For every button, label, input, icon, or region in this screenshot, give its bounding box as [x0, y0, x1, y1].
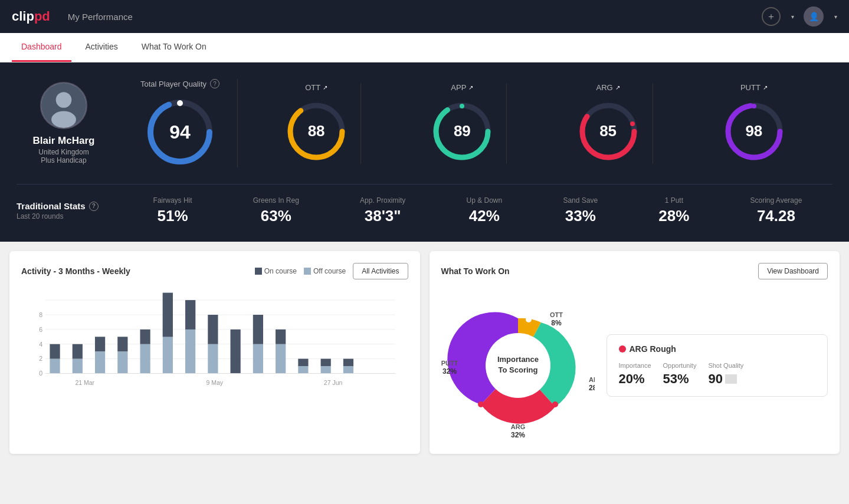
- main-quality-ring: 94: [145, 97, 215, 167]
- all-activities-button[interactable]: All Activities: [353, 263, 408, 279]
- svg-rect-45: [253, 344, 263, 374]
- bottom-panels: Activity - 3 Months - Weekly On course O…: [0, 242, 849, 463]
- what-to-work-on-panel: What To Work On View Dashboard: [430, 251, 840, 454]
- stat-app-value: 38'3": [365, 207, 401, 225]
- detail-card-title: ARG Rough: [619, 344, 816, 354]
- player-avatar: [40, 82, 87, 129]
- svg-rect-51: [321, 366, 331, 373]
- stat-fairways-hit: Fairways Hit 51%: [153, 196, 192, 225]
- app-ring: 89: [430, 99, 494, 164]
- svg-text:PUTT: PUTT: [441, 360, 458, 367]
- svg-text:32%: 32%: [442, 367, 456, 375]
- svg-point-60: [526, 317, 532, 322]
- tab-dashboard[interactable]: Dashboard: [12, 32, 71, 62]
- stats-top: Blair McHarg United Kingdom Plus Handica…: [17, 79, 832, 167]
- view-dashboard-button[interactable]: View Dashboard: [758, 263, 828, 279]
- opportunity-value: 53%: [663, 371, 697, 387]
- arg-label: ARG ↗: [596, 83, 620, 92]
- svg-point-1: [56, 92, 72, 108]
- trad-label: Traditional Stats ?: [17, 201, 111, 211]
- svg-text:28%: 28%: [589, 384, 595, 392]
- svg-text:OTT: OTT: [550, 311, 563, 318]
- arg-ring: 85: [576, 99, 641, 164]
- svg-rect-48: [276, 330, 286, 344]
- shot-quality-row: 90: [708, 371, 743, 387]
- trad-help-icon[interactable]: ?: [89, 202, 99, 211]
- svg-rect-29: [50, 344, 60, 359]
- svg-text:APP: APP: [589, 376, 595, 383]
- legend-on-course: On course: [255, 267, 297, 275]
- svg-text:To Scoring: To Scoring: [498, 365, 537, 374]
- metric-arg: ARG ↗ 85: [564, 83, 653, 164]
- header: clippd My Performance ＋ ▾ 👤 ▾: [0, 0, 849, 33]
- add-button[interactable]: ＋: [762, 7, 781, 26]
- player-handicap: Plus Handicap: [41, 156, 86, 164]
- svg-rect-36: [140, 344, 150, 374]
- ott-label: OTT ↗: [305, 83, 327, 92]
- stat-greens-label: Greens In Reg: [253, 196, 299, 205]
- svg-point-16: [752, 104, 756, 108]
- player-country: United Kingdom: [38, 148, 88, 156]
- player-info: Blair McHarg United Kingdom Plus Handica…: [17, 82, 111, 164]
- svg-rect-37: [140, 330, 150, 344]
- activity-legend: On course Off course: [255, 267, 346, 275]
- svg-text:21 Mar: 21 Mar: [75, 379, 94, 386]
- opportunity-label: Opportunity: [663, 362, 697, 369]
- wtwo-title: What To Work On: [441, 266, 510, 276]
- stat-greens-value: 63%: [261, 207, 291, 225]
- svg-text:Importance: Importance: [497, 355, 538, 364]
- activity-title: Activity - 3 Months - Weekly: [21, 266, 130, 276]
- svg-rect-46: [253, 315, 263, 344]
- activity-panel: Activity - 3 Months - Weekly On course O…: [9, 251, 420, 454]
- arg-trend-icon: ↗: [615, 84, 620, 91]
- svg-point-62: [552, 401, 558, 407]
- trad-sublabel: Last 20 rounds: [17, 212, 111, 220]
- svg-rect-31: [73, 344, 83, 359]
- stats-banner: Blair McHarg United Kingdom Plus Handica…: [0, 62, 849, 242]
- app-trend-icon: ↗: [468, 84, 473, 91]
- stat-fairways-value: 51%: [158, 207, 188, 225]
- ott-trend-icon: ↗: [323, 84, 327, 91]
- svg-text:9 May: 9 May: [206, 379, 223, 386]
- traditional-stats: Traditional Stats ? Last 20 rounds Fairw…: [17, 184, 832, 225]
- header-actions: ＋ ▾ 👤 ▾: [762, 6, 837, 27]
- avatar[interactable]: 👤: [804, 6, 824, 27]
- svg-rect-50: [298, 359, 308, 366]
- stat-updown-value: 42%: [469, 207, 500, 225]
- stat-one-putt: 1 Putt 28%: [658, 196, 689, 225]
- svg-text:6: 6: [39, 326, 42, 333]
- svg-point-10: [460, 104, 464, 108]
- svg-rect-43: [208, 315, 218, 344]
- stat-fairways-label: Fairways Hit: [153, 196, 192, 205]
- logo: clippd: [12, 9, 50, 24]
- detail-metrics: Importance 20% Opportunity 53% Shot Qual…: [619, 362, 816, 387]
- svg-text:ARG: ARG: [510, 423, 525, 430]
- add-dropdown-arrow: ▾: [791, 14, 794, 20]
- activity-header: Activity - 3 Months - Weekly On course O…: [21, 263, 408, 279]
- svg-text:8: 8: [39, 311, 42, 318]
- tab-activities[interactable]: Activities: [76, 32, 127, 62]
- stat-putt-value: 28%: [658, 207, 689, 225]
- wtwo-header: What To Work On View Dashboard: [441, 263, 828, 279]
- detail-card: ARG Rough Importance 20% Opportunity 53%…: [607, 334, 828, 397]
- stat-app-proximity: App. Proximity 38'3": [360, 196, 405, 225]
- tab-what-to-work-on[interactable]: What To Work On: [132, 32, 216, 62]
- stat-sand-label: Sand Save: [563, 196, 598, 205]
- donut-svg: Importance To Scoring OTT 8% APP 28% ARG…: [441, 289, 595, 442]
- importance-value: 20%: [619, 371, 651, 387]
- stat-app-label: App. Proximity: [360, 196, 405, 205]
- help-icon[interactable]: ?: [210, 79, 219, 88]
- quality-section: Total Player Quality ? 94 OTT: [123, 79, 832, 167]
- svg-text:0: 0: [39, 370, 42, 377]
- main-quality-value: 94: [169, 121, 191, 143]
- activity-chart-area: 0 2 4 6 8: [21, 289, 408, 419]
- quality-label: Total Player Quality ?: [140, 79, 219, 88]
- svg-rect-41: [185, 300, 195, 330]
- svg-point-2: [51, 111, 76, 129]
- svg-text:32%: 32%: [510, 431, 525, 439]
- putt-value: 98: [745, 122, 762, 140]
- logo-pd: pd: [34, 9, 50, 24]
- svg-rect-34: [117, 351, 127, 373]
- total-player-quality: Total Player Quality ? 94: [123, 79, 238, 167]
- svg-rect-33: [95, 337, 105, 351]
